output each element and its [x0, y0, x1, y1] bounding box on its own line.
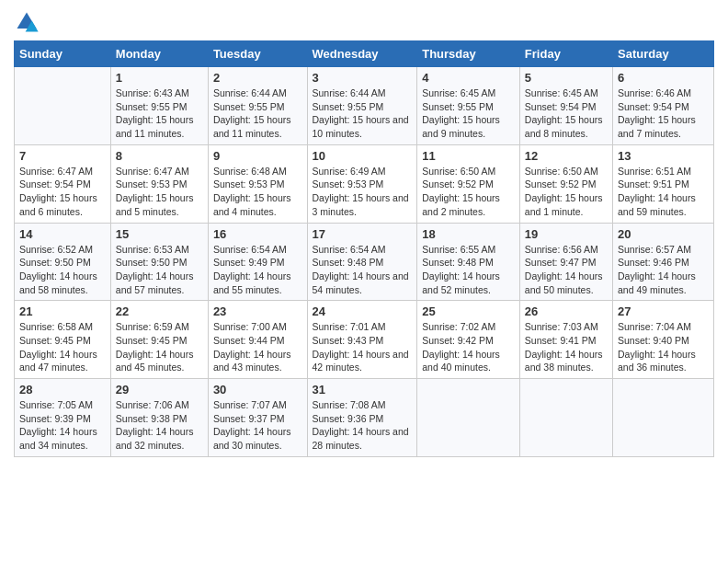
logo-icon	[14, 9, 40, 35]
day-number: 23	[213, 304, 302, 318]
day-number: 30	[213, 383, 302, 396]
day-info: Sunrise: 6:47 AMSunset: 9:53 PMDaylight:…	[116, 165, 203, 219]
calendar-cell	[519, 379, 612, 457]
day-number: 2	[213, 71, 302, 85]
day-number: 20	[618, 227, 709, 241]
calendar-table: SundayMondayTuesdayWednesdayThursdayFrid…	[14, 40, 714, 457]
day-number: 27	[618, 304, 709, 318]
day-info: Sunrise: 6:51 AMSunset: 9:51 PMDaylight:…	[618, 165, 709, 219]
day-info: Sunrise: 6:55 AMSunset: 9:48 PMDaylight:…	[422, 243, 515, 297]
day-number: 16	[213, 227, 302, 241]
day-info: Sunrise: 6:47 AMSunset: 9:54 PMDaylight:…	[19, 165, 106, 219]
calendar-cell: 30Sunrise: 7:07 AMSunset: 9:37 PMDayligh…	[208, 379, 307, 457]
day-info: Sunrise: 6:54 AMSunset: 9:49 PMDaylight:…	[213, 243, 302, 297]
week-row-3: 21Sunrise: 6:58 AMSunset: 9:45 PMDayligh…	[15, 301, 714, 379]
calendar-cell: 7Sunrise: 6:47 AMSunset: 9:54 PMDaylight…	[15, 144, 111, 223]
weekday-header-thursday: Thursday	[417, 41, 520, 67]
weekday-header-saturday: Saturday	[613, 41, 714, 67]
day-number: 31	[313, 383, 413, 396]
calendar-cell: 22Sunrise: 6:59 AMSunset: 9:45 PMDayligh…	[110, 301, 208, 379]
day-info: Sunrise: 7:03 AMSunset: 9:41 PMDaylight:…	[525, 320, 608, 374]
day-number: 11	[422, 149, 515, 163]
day-number: 29	[116, 383, 203, 396]
day-number: 24	[313, 304, 413, 318]
day-number: 7	[19, 149, 106, 163]
calendar-cell: 21Sunrise: 6:58 AMSunset: 9:45 PMDayligh…	[15, 301, 111, 379]
calendar-cell: 29Sunrise: 7:06 AMSunset: 9:38 PMDayligh…	[110, 379, 208, 457]
calendar-cell: 26Sunrise: 7:03 AMSunset: 9:41 PMDayligh…	[519, 301, 612, 379]
day-info: Sunrise: 7:01 AMSunset: 9:43 PMDaylight:…	[313, 320, 413, 374]
calendar-cell: 10Sunrise: 6:49 AMSunset: 9:53 PMDayligh…	[307, 144, 417, 223]
day-info: Sunrise: 6:56 AMSunset: 9:47 PMDaylight:…	[525, 243, 608, 297]
day-info: Sunrise: 6:44 AMSunset: 9:55 PMDaylight:…	[213, 86, 302, 141]
day-number: 28	[19, 383, 106, 396]
calendar-cell: 5Sunrise: 6:45 AMSunset: 9:54 PMDaylight…	[519, 67, 612, 145]
day-info: Sunrise: 6:54 AMSunset: 9:48 PMDaylight:…	[313, 243, 413, 297]
day-number: 4	[422, 71, 515, 85]
weekday-header-monday: Monday	[110, 41, 208, 67]
day-info: Sunrise: 6:46 AMSunset: 9:54 PMDaylight:…	[618, 86, 709, 141]
day-info: Sunrise: 7:05 AMSunset: 9:39 PMDaylight:…	[19, 398, 106, 453]
day-number: 3	[313, 71, 413, 85]
day-info: Sunrise: 7:06 AMSunset: 9:38 PMDaylight:…	[116, 398, 203, 453]
day-number: 8	[116, 149, 203, 163]
calendar-cell: 28Sunrise: 7:05 AMSunset: 9:39 PMDayligh…	[15, 379, 111, 457]
calendar-cell: 14Sunrise: 6:52 AMSunset: 9:50 PMDayligh…	[15, 223, 111, 301]
day-info: Sunrise: 6:58 AMSunset: 9:45 PMDaylight:…	[19, 320, 106, 374]
day-number: 5	[525, 71, 608, 85]
calendar-cell: 20Sunrise: 6:57 AMSunset: 9:46 PMDayligh…	[613, 223, 714, 301]
day-info: Sunrise: 6:52 AMSunset: 9:50 PMDaylight:…	[19, 243, 106, 297]
header-row: SundayMondayTuesdayWednesdayThursdayFrid…	[15, 41, 714, 67]
calendar-cell: 24Sunrise: 7:01 AMSunset: 9:43 PMDayligh…	[307, 301, 417, 379]
day-info: Sunrise: 6:57 AMSunset: 9:46 PMDaylight:…	[618, 243, 709, 297]
day-number: 10	[313, 149, 413, 163]
day-info: Sunrise: 6:43 AMSunset: 9:55 PMDaylight:…	[116, 86, 203, 141]
day-number: 6	[618, 71, 709, 85]
calendar-cell: 11Sunrise: 6:50 AMSunset: 9:52 PMDayligh…	[417, 144, 520, 223]
weekday-header-wednesday: Wednesday	[307, 41, 417, 67]
weekday-header-friday: Friday	[519, 41, 612, 67]
calendar-cell: 16Sunrise: 6:54 AMSunset: 9:49 PMDayligh…	[208, 223, 307, 301]
calendar-cell	[417, 379, 520, 457]
day-info: Sunrise: 6:45 AMSunset: 9:55 PMDaylight:…	[422, 86, 515, 141]
day-info: Sunrise: 6:45 AMSunset: 9:54 PMDaylight:…	[525, 86, 608, 141]
calendar-cell: 9Sunrise: 6:48 AMSunset: 9:53 PMDaylight…	[208, 144, 307, 223]
calendar-cell: 13Sunrise: 6:51 AMSunset: 9:51 PMDayligh…	[613, 144, 714, 223]
calendar-cell	[15, 67, 111, 145]
day-info: Sunrise: 6:53 AMSunset: 9:50 PMDaylight:…	[116, 243, 203, 297]
calendar-cell: 2Sunrise: 6:44 AMSunset: 9:55 PMDaylight…	[208, 67, 307, 145]
week-row-4: 28Sunrise: 7:05 AMSunset: 9:39 PMDayligh…	[15, 379, 714, 457]
day-number: 17	[313, 227, 413, 241]
week-row-2: 14Sunrise: 6:52 AMSunset: 9:50 PMDayligh…	[15, 223, 714, 301]
day-number: 18	[422, 227, 515, 241]
calendar-cell: 19Sunrise: 6:56 AMSunset: 9:47 PMDayligh…	[519, 223, 612, 301]
day-info: Sunrise: 7:08 AMSunset: 9:36 PMDaylight:…	[313, 398, 413, 453]
calendar-cell: 31Sunrise: 7:08 AMSunset: 9:36 PMDayligh…	[307, 379, 417, 457]
week-row-1: 7Sunrise: 6:47 AMSunset: 9:54 PMDaylight…	[15, 144, 714, 223]
day-number: 19	[525, 227, 608, 241]
calendar-cell: 25Sunrise: 7:02 AMSunset: 9:42 PMDayligh…	[417, 301, 520, 379]
page-header	[14, 9, 714, 35]
day-number: 1	[116, 71, 203, 85]
logo	[14, 9, 43, 35]
day-info: Sunrise: 7:07 AMSunset: 9:37 PMDaylight:…	[213, 398, 302, 453]
day-info: Sunrise: 6:50 AMSunset: 9:52 PMDaylight:…	[525, 165, 608, 219]
calendar-cell: 27Sunrise: 7:04 AMSunset: 9:40 PMDayligh…	[613, 301, 714, 379]
calendar-cell: 23Sunrise: 7:00 AMSunset: 9:44 PMDayligh…	[208, 301, 307, 379]
day-info: Sunrise: 7:02 AMSunset: 9:42 PMDaylight:…	[422, 320, 515, 374]
day-info: Sunrise: 6:48 AMSunset: 9:53 PMDaylight:…	[213, 165, 302, 219]
calendar-cell: 1Sunrise: 6:43 AMSunset: 9:55 PMDaylight…	[110, 67, 208, 145]
calendar-cell: 8Sunrise: 6:47 AMSunset: 9:53 PMDaylight…	[110, 144, 208, 223]
day-number: 15	[116, 227, 203, 241]
calendar-cell: 3Sunrise: 6:44 AMSunset: 9:55 PMDaylight…	[307, 67, 417, 145]
day-number: 26	[525, 304, 608, 318]
day-number: 22	[116, 304, 203, 318]
day-info: Sunrise: 6:49 AMSunset: 9:53 PMDaylight:…	[313, 165, 413, 219]
day-number: 13	[618, 149, 709, 163]
calendar-cell: 18Sunrise: 6:55 AMSunset: 9:48 PMDayligh…	[417, 223, 520, 301]
day-number: 12	[525, 149, 608, 163]
day-number: 9	[213, 149, 302, 163]
day-number: 14	[19, 227, 106, 241]
day-info: Sunrise: 6:44 AMSunset: 9:55 PMDaylight:…	[313, 86, 413, 141]
calendar-cell: 4Sunrise: 6:45 AMSunset: 9:55 PMDaylight…	[417, 67, 520, 145]
